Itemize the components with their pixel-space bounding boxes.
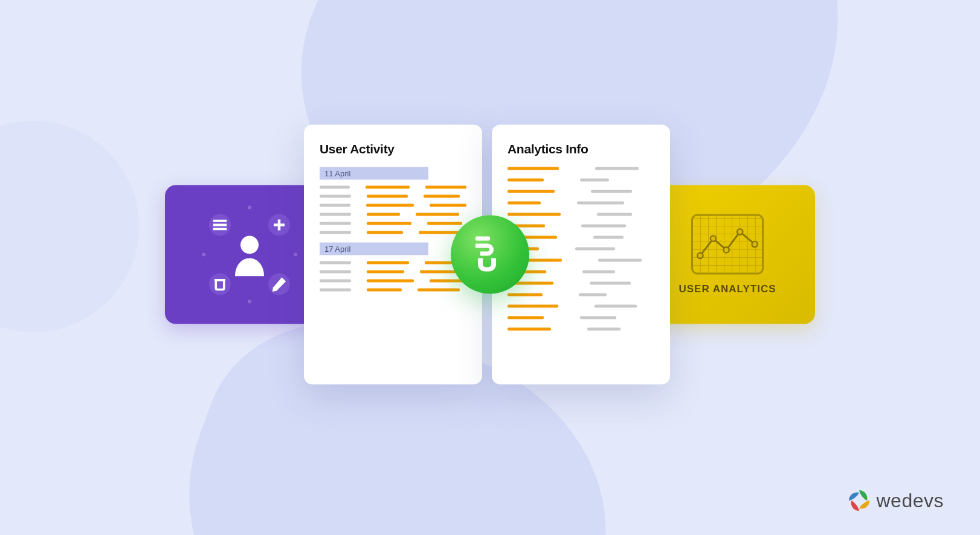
wpuf-logo-badge (451, 216, 529, 294)
date-chip: 17 April (320, 243, 428, 255)
user-activity-title: User Activity (320, 142, 466, 156)
activity-row (320, 231, 466, 234)
analytics-row (508, 259, 654, 262)
svg-point-12 (752, 242, 757, 247)
analytics-row (508, 328, 654, 331)
wedevs-logo-icon (846, 488, 872, 513)
activity-row (320, 280, 466, 283)
svg-point-11 (737, 229, 743, 234)
activity-row (320, 195, 466, 198)
svg-rect-5 (216, 280, 224, 290)
user-analytics-label: USER ANALYTICS (679, 283, 776, 295)
wedevs-logo: wedevs (846, 488, 944, 513)
illustration-stage: User Activity 11 April 17 April Analytic… (165, 125, 815, 385)
date-chip: 11 April (320, 167, 428, 180)
analytics-row (508, 236, 654, 239)
analytics-row (508, 190, 654, 193)
svg-rect-13 (475, 237, 490, 241)
analytics-row (508, 248, 654, 251)
person-icon (230, 233, 269, 277)
analytics-row (508, 271, 654, 274)
svg-point-8 (697, 253, 703, 258)
svg-point-9 (711, 235, 716, 241)
analytics-row (508, 316, 654, 319)
wedevs-logo-text: wedevs (877, 490, 944, 512)
svg-point-10 (723, 247, 729, 252)
analytics-row (508, 293, 654, 296)
plus-icon (268, 214, 290, 236)
svg-point-7 (240, 236, 259, 254)
background-blob (0, 121, 139, 332)
activity-row (320, 186, 466, 189)
trash-icon (209, 274, 231, 295)
analytics-row (508, 282, 654, 285)
activity-row (320, 204, 466, 207)
analytics-row (508, 202, 654, 205)
analytics-row (508, 213, 654, 216)
activity-row (320, 222, 466, 225)
activity-row (320, 213, 466, 216)
activity-row (320, 271, 466, 274)
analytics-info-title: Analytics Info (508, 142, 654, 156)
list-icon (209, 214, 231, 236)
activity-row (320, 289, 466, 292)
analytics-row (508, 225, 654, 228)
analytics-row (508, 179, 654, 182)
chart-grid-icon (691, 214, 764, 275)
activity-row (320, 261, 466, 264)
analytics-row (508, 167, 654, 170)
user-icon-cluster (198, 203, 301, 306)
analytics-row (508, 305, 654, 308)
pencil-icon (268, 274, 290, 295)
